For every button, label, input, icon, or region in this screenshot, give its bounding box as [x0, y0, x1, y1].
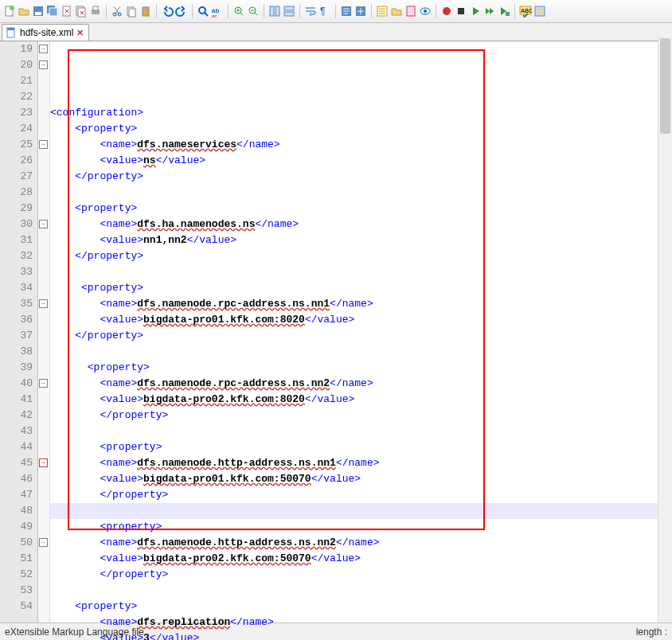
code-line: <name>dfs.replication</name> — [50, 615, 672, 630]
svg-point-33 — [443, 7, 451, 15]
code-line — [50, 583, 672, 599]
close-tab-icon[interactable]: ✕ — [76, 28, 84, 38]
toolbar-separator — [371, 4, 372, 18]
play-fast-icon[interactable] — [483, 5, 496, 18]
svg-rect-10 — [93, 6, 98, 10]
code-line: <value>bigdata-pro01.kfk.com:8020</value… — [50, 312, 672, 328]
cut-icon[interactable] — [111, 5, 123, 18]
play-1-icon[interactable] — [469, 5, 482, 18]
fold-toggle[interactable]: − — [39, 60, 48, 69]
tab-label: hdfs-site.xml — [20, 27, 73, 38]
line-number: 23 — [0, 105, 33, 121]
line-number: 49 — [0, 519, 33, 535]
code-line: <property> — [50, 519, 672, 535]
eye-icon[interactable] — [419, 5, 432, 18]
code-line: </property> — [50, 567, 672, 583]
play-save-icon[interactable] — [498, 5, 510, 18]
code-line: <name>dfs.namenode.http-address.ns.nn1</… — [50, 455, 672, 471]
svg-rect-23 — [275, 6, 279, 16]
record-icon[interactable] — [440, 5, 453, 18]
fold-toggle[interactable]: − — [39, 220, 48, 228]
show-ws-icon[interactable]: ¶ — [318, 5, 331, 18]
save-all-icon[interactable] — [46, 5, 59, 18]
line-number: 42 — [0, 408, 33, 423]
svg-rect-40 — [537, 12, 543, 14]
line-number: 39 — [0, 360, 33, 376]
tab-bar: hdfs-site.xml ✕ — [0, 23, 672, 41]
wrap-icon[interactable] — [304, 5, 317, 18]
paste-icon[interactable] — [139, 5, 152, 18]
undo-icon[interactable] — [161, 5, 174, 18]
close-all-icon[interactable] — [75, 5, 88, 18]
toolbar-separator — [299, 4, 300, 18]
fold-toggle[interactable]: − — [39, 538, 48, 547]
line-number: 31 — [0, 232, 33, 248]
toolbar-separator — [264, 4, 264, 18]
lang-1-icon[interactable] — [340, 5, 353, 18]
lang-2-icon[interactable] — [354, 5, 367, 18]
fold-toggle[interactable]: − — [39, 45, 48, 53]
find-icon[interactable] — [197, 5, 209, 18]
code-line: <name>dfs.namenode.http-address.ns.nn2</… — [50, 535, 672, 551]
func-list-icon[interactable] — [376, 5, 389, 18]
fold-toggle[interactable]: − — [39, 459, 48, 467]
svg-rect-24 — [284, 6, 294, 10]
toolbar-separator — [192, 4, 193, 18]
svg-rect-14 — [129, 9, 135, 17]
svg-rect-16 — [144, 6, 147, 9]
open-file-icon[interactable] — [18, 5, 30, 18]
line-number: 54 — [0, 599, 33, 615]
fold-toggle[interactable]: − — [39, 140, 48, 149]
svg-rect-3 — [35, 12, 41, 15]
line-number: 51 — [0, 551, 33, 567]
code-line: <name>dfs.ha.namenodes.ns</name> — [50, 217, 672, 232]
print-icon[interactable] — [89, 5, 102, 18]
line-number: 37 — [0, 328, 33, 344]
redo-icon[interactable] — [175, 5, 188, 18]
sync-v-icon[interactable] — [268, 5, 281, 18]
replace-icon[interactable]: abac — [211, 5, 224, 18]
fold-toggle[interactable]: − — [39, 379, 48, 388]
line-number: 35 — [0, 296, 33, 312]
toolbar-separator — [335, 4, 336, 18]
new-file-icon[interactable] — [3, 5, 16, 18]
toolbar-separator — [106, 4, 107, 18]
code-line: <property> — [50, 439, 672, 455]
line-number: 44 — [0, 439, 33, 455]
file-icon — [6, 27, 17, 38]
line-number: 29 — [0, 201, 33, 217]
line-number: 41 — [0, 392, 33, 408]
code-line: <value>3</value> — [50, 630, 672, 640]
line-number: 46 — [0, 471, 33, 487]
tab-hdfs-site[interactable]: hdfs-site.xml ✕ — [2, 24, 89, 41]
stop-icon[interactable] — [455, 5, 467, 18]
svg-point-17 — [199, 7, 205, 14]
highlight-all-icon[interactable] — [533, 5, 546, 18]
svg-text:ABC: ABC — [521, 8, 532, 14]
sync-h-icon[interactable] — [283, 5, 295, 18]
svg-rect-35 — [506, 12, 510, 16]
spell-check-icon[interactable]: ABC — [519, 5, 532, 18]
svg-point-32 — [424, 10, 427, 13]
close-icon[interactable] — [61, 5, 73, 18]
save-icon[interactable] — [32, 5, 45, 18]
line-number: 33 — [0, 264, 33, 280]
code-view[interactable]: <configuration> <property> <name>dfs.nam… — [50, 41, 672, 628]
line-number: 34 — [0, 280, 33, 296]
copy-icon[interactable] — [125, 5, 138, 18]
toolbar-separator — [228, 4, 229, 18]
zoom-out-icon[interactable] — [247, 5, 260, 18]
line-number: 45 — [0, 455, 33, 471]
svg-rect-39 — [537, 9, 543, 10]
svg-text:ac: ac — [212, 14, 217, 18]
code-line: <configuration> — [50, 105, 672, 121]
code-line: <value>ns</value> — [50, 153, 672, 169]
folder-icon[interactable] — [390, 5, 403, 18]
zoom-in-icon[interactable] — [232, 5, 245, 18]
svg-rect-25 — [284, 12, 294, 16]
code-line: <value>nn1,nn2</value> — [50, 232, 672, 248]
line-number: 52 — [0, 567, 33, 583]
line-number: 32 — [0, 248, 33, 264]
fold-toggle[interactable]: − — [39, 299, 48, 308]
doc-map-icon[interactable] — [404, 5, 417, 18]
